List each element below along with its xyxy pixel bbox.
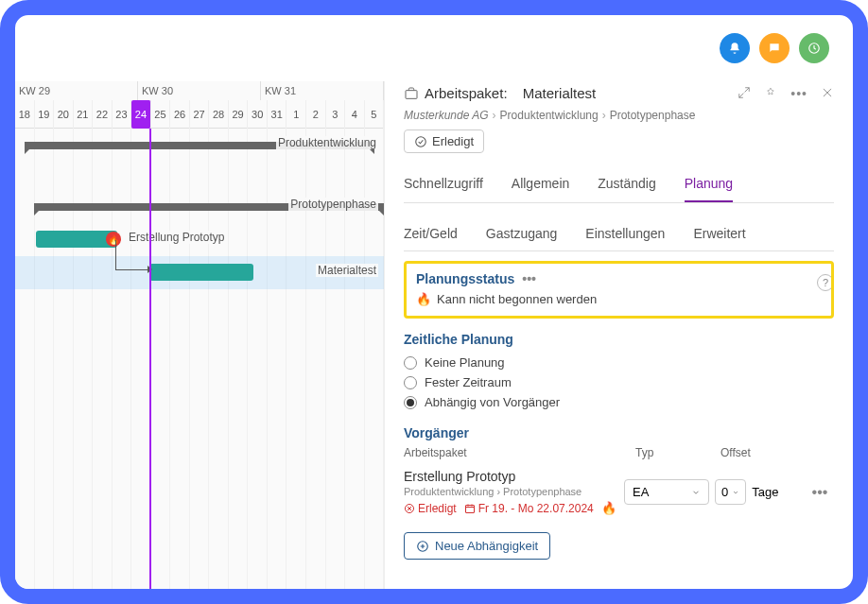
breadcrumb[interactable]: Musterkunde AG›Produktentwicklung›Protot… <box>404 109 834 122</box>
status-menu-button[interactable]: ••• <box>522 271 536 286</box>
day-cell[interactable]: 24 <box>131 100 151 129</box>
notifications-button[interactable] <box>720 33 750 63</box>
section-title-status: Planungsstatus <box>416 271 514 286</box>
day-cell[interactable]: 22 <box>93 100 113 129</box>
topbar <box>15 15 853 81</box>
close-icon <box>821 86 834 99</box>
offset-unit: Tage <box>752 485 778 499</box>
svg-rect-1 <box>406 90 417 98</box>
time-button[interactable] <box>799 33 829 63</box>
offset-input[interactable]: 0 <box>715 479 746 505</box>
pred-name[interactable]: Erstellung Prototyp <box>404 469 618 484</box>
close-button[interactable] <box>821 86 834 101</box>
panel-title: Arbeitspaket: Materialtest <box>404 85 730 101</box>
task-bar[interactable] <box>149 264 253 281</box>
gantt-body: Produktentwicklung Prototypenphase 🔥 Ers… <box>15 129 384 589</box>
week-cell: KW 29 <box>15 81 138 100</box>
radio-option[interactable]: Keine Planung <box>404 353 834 372</box>
pred-status: Erledigt <box>404 502 457 515</box>
plus-circle-icon <box>416 540 429 553</box>
section-title-pred: Vorgänger <box>404 425 834 440</box>
mark-done-button[interactable]: Erledigt <box>404 129 484 153</box>
workpackage-icon <box>404 86 419 101</box>
radio-label: Abhängig von Vorgänger <box>425 395 560 409</box>
gantt-row-materialtest[interactable]: Materialtest <box>15 256 384 289</box>
status-highlight-box: Planungsstatus ••• 🔥 Kann nicht begonnen… <box>404 261 834 319</box>
tab-einstellungen[interactable]: Einstellungen <box>585 216 665 250</box>
day-cell[interactable]: 25 <box>151 100 171 129</box>
chevron-down-icon <box>732 489 739 496</box>
pin-button[interactable] <box>764 86 777 101</box>
gantt-chart[interactable]: KW 29KW 30KW 31 181920212223242526272829… <box>15 81 384 589</box>
gantt-row-prototypenphase[interactable]: Prototypenphase <box>15 190 384 223</box>
day-cell[interactable]: 4 <box>345 100 365 129</box>
day-cell[interactable]: 30 <box>248 100 268 129</box>
messages-button[interactable] <box>759 33 790 63</box>
fire-icon: 🔥 <box>416 292 431 306</box>
pin-icon <box>764 86 777 99</box>
col-wp: Arbeitspaket <box>404 446 635 459</box>
gantt-row-erstellung-prototyp[interactable]: 🔥 Erstellung Prototyp <box>15 223 384 256</box>
tab-erweitert[interactable]: Erweitert <box>693 216 745 250</box>
predecessor-row: Erstellung Prototyp Produktentwicklung›P… <box>404 463 834 521</box>
chevron-down-icon <box>691 488 701 497</box>
pred-date: Fr 19. - Mo 22.07.2024 <box>464 502 594 515</box>
gantt-header: KW 29KW 30KW 31 181920212223242526272829… <box>15 81 384 129</box>
tab-zeit-geld[interactable]: Zeit/Geld <box>404 216 458 250</box>
tab-allgemein[interactable]: Allgemein <box>512 166 569 202</box>
tabs-secondary: Zeit/GeldGastzugangEinstellungenErweiter… <box>404 216 834 251</box>
svg-rect-4 <box>465 505 474 512</box>
add-dependency-button[interactable]: Neue Abhängigkeit <box>404 532 550 560</box>
clock-icon <box>807 42 821 55</box>
tab-schnellzugriff[interactable]: Schnellzugriff <box>404 166 483 202</box>
section-title-time: Zeitliche Planung <box>404 332 834 347</box>
gantt-row-label: Produktentwicklung <box>276 136 378 149</box>
day-cell[interactable]: 5 <box>365 100 384 129</box>
col-offset: Offset <box>720 446 806 459</box>
gantt-row-label: Materialtest <box>316 264 378 277</box>
week-cell: KW 31 <box>261 81 384 100</box>
day-cell[interactable]: 27 <box>190 100 210 129</box>
tabs-primary: SchnellzugriffAllgemeinZuständigPlanung <box>404 166 834 203</box>
radio-option[interactable]: Abhängig von Vorgänger <box>404 392 834 412</box>
day-cell[interactable]: 26 <box>170 100 190 129</box>
expand-button[interactable] <box>738 86 751 101</box>
calendar-icon <box>464 503 476 514</box>
day-cell[interactable]: 3 <box>326 100 346 129</box>
radio-option[interactable]: Fester Zeitraum <box>404 372 834 392</box>
typ-select[interactable]: EA <box>624 479 709 505</box>
today-line <box>149 129 151 589</box>
day-cell[interactable]: 19 <box>35 100 55 129</box>
day-cell[interactable]: 20 <box>54 100 74 129</box>
day-cell[interactable]: 28 <box>209 100 229 129</box>
radio-icon <box>404 376 417 389</box>
svg-point-2 <box>416 136 426 147</box>
gantt-row-label: Prototypenphase <box>288 198 378 211</box>
fire-icon: 🔥 <box>601 501 616 515</box>
day-cell[interactable]: 2 <box>306 100 326 129</box>
col-typ: Typ <box>635 446 720 459</box>
tab-zuständig[interactable]: Zuständig <box>598 166 655 202</box>
day-cell[interactable]: 31 <box>268 100 287 129</box>
day-cell[interactable]: 21 <box>74 100 94 129</box>
radio-icon <box>404 396 417 409</box>
week-cell: KW 30 <box>138 81 261 100</box>
row-more-button[interactable]: ••• <box>806 484 834 501</box>
detail-panel: Arbeitspaket: Materialtest ••• Musterkun… <box>384 81 853 589</box>
tab-planung[interactable]: Planung <box>685 166 733 202</box>
day-cell[interactable]: 1 <box>286 100 306 129</box>
expand-icon <box>738 86 751 99</box>
day-cell[interactable]: 23 <box>113 100 132 129</box>
app-frame: KW 29KW 30KW 31 181920212223242526272829… <box>0 0 868 604</box>
day-cell[interactable]: 29 <box>229 100 249 129</box>
radio-label: Keine Planung <box>425 355 505 370</box>
chat-icon <box>768 42 781 55</box>
day-cell[interactable]: 18 <box>15 100 35 129</box>
gantt-row-produktentwicklung[interactable]: Produktentwicklung <box>15 129 384 162</box>
more-button[interactable]: ••• <box>790 86 807 101</box>
bell-icon <box>728 42 741 55</box>
tab-gastzugang[interactable]: Gastzugang <box>486 216 558 250</box>
radio-icon <box>404 356 417 370</box>
dependency-arrow <box>115 240 148 270</box>
check-circle-icon <box>414 135 427 148</box>
